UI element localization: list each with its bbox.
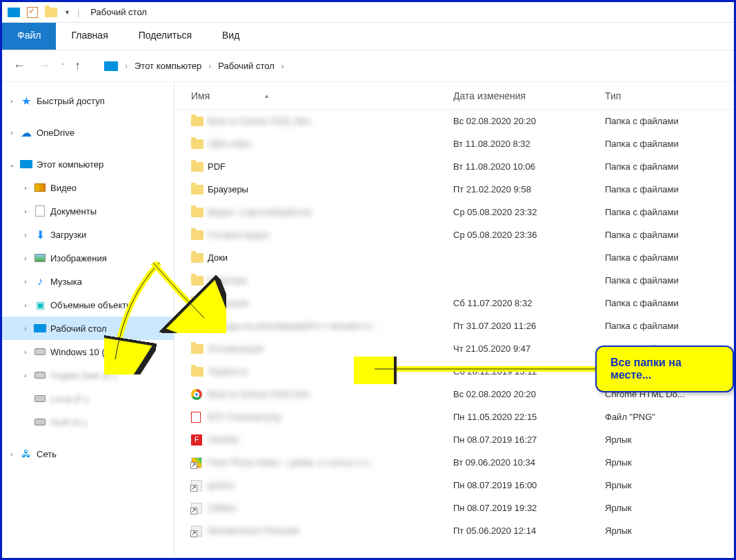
cube-icon: ▣ xyxy=(34,299,46,311)
app-icon: F xyxy=(191,434,208,446)
file-row[interactable]: FFileZillaПн 08.07.2019 16:27Ярлык xyxy=(175,428,734,451)
file-type: Папка с файлами xyxy=(605,321,730,331)
sidebar-onedrive[interactable]: › ☁ OneDrive xyxy=(2,121,174,144)
file-row[interactable]: Готовые видеоСр 05.08.2020 23:36Папка с … xyxy=(175,223,734,246)
chevron-right-icon[interactable]: › xyxy=(21,278,30,286)
column-type[interactable]: Тип xyxy=(605,90,730,101)
file-row[interactable]: OBS-videoВт 11.08.2020 8:32Папка с файла… xyxy=(175,132,734,155)
sidebar-music[interactable]: › ♪ Музыка xyxy=(2,270,174,293)
chevron-right-icon[interactable]: › xyxy=(21,231,30,239)
tab-file[interactable]: Файл xyxy=(2,23,56,50)
breadcrumb[interactable]: › Этот компьютер › Рабочий стол › xyxy=(104,61,284,71)
sidebar-desktop[interactable]: › Рабочий стол xyxy=(2,317,174,340)
sidebar-item-label: Local (F:) xyxy=(50,394,88,404)
sidebar-blur-item[interactable]: › Local (F:) xyxy=(2,387,174,410)
check-icon[interactable] xyxy=(27,7,38,18)
chevron-right-icon[interactable]: › xyxy=(8,450,16,458)
sidebar-item-label: Этот компьютер xyxy=(37,159,103,170)
chevron-down-icon[interactable]: ⌄ xyxy=(8,161,16,168)
sidebar-video[interactable]: › Видео xyxy=(2,176,174,199)
folder-icon xyxy=(191,321,208,331)
sidebar-blur-item[interactable]: › Stuff (G:) xyxy=(2,410,174,434)
file-date: Пн 08.07.2019 16:00 xyxy=(453,480,605,490)
titlebar: ▼ | Рабочий стол xyxy=(2,2,734,23)
sidebar-item-label: Объемные объекты xyxy=(50,300,133,310)
chevron-right-icon[interactable]: › xyxy=(21,254,30,262)
back-button[interactable]: ← xyxy=(12,59,27,74)
cloud-icon: ☁ xyxy=(20,126,32,139)
sidebar-blur-item[interactable]: › Angela Dark (E:) xyxy=(2,363,174,387)
breadcrumb-desktop[interactable]: Рабочий стол xyxy=(218,61,275,71)
file-row[interactable]: Fotor Photo Editor - добав. в статью о к… xyxy=(175,451,734,474)
chevron-right-icon[interactable]: › xyxy=(21,372,30,379)
tab-view[interactable]: Вид xyxy=(207,23,255,50)
file-row[interactable]: КошелькиСб 11.07.2020 8:32Папка с файлам… xyxy=(175,292,734,314)
file-name: Квартира xyxy=(208,275,453,286)
pc-icon xyxy=(104,61,118,71)
chevron-right-icon[interactable]: › xyxy=(21,348,30,356)
shortcut-icon xyxy=(191,457,208,468)
chevron-right-icon[interactable]: › xyxy=(21,301,30,309)
file-date: Вс 02.08.2020 20:20 xyxy=(453,389,605,399)
sidebar-3d-objects[interactable]: › ▣ Объемные объекты xyxy=(2,293,174,317)
folder-icon xyxy=(191,253,208,263)
sidebar-images[interactable]: › Изображения xyxy=(2,246,174,270)
file-name: Браузеры xyxy=(208,184,453,194)
qat-dropdown-icon[interactable]: ▼ xyxy=(64,9,70,16)
sidebar-drive-c[interactable]: › Windows 10 (C:) xyxy=(2,340,174,363)
sidebar-this-pc[interactable]: ⌄ Этот компьютер xyxy=(2,152,174,176)
chevron-right-icon[interactable]: › xyxy=(281,61,284,71)
file-row[interactable]: Видео- и фотообработкаСр 05.08.2020 23:3… xyxy=(175,201,734,223)
folder-icon xyxy=(191,276,208,286)
column-name[interactable]: Имя xyxy=(191,90,210,101)
file-date: Ср 05.08.2020 23:32 xyxy=(453,207,605,217)
sidebar-item-label: Сеть xyxy=(37,449,57,459)
tab-home[interactable]: Главная xyxy=(56,23,123,50)
folder-icon xyxy=(191,162,208,172)
chevron-right-icon[interactable]: › xyxy=(125,61,128,71)
sidebar-documents[interactable]: › Документы xyxy=(2,199,174,223)
file-row[interactable]: gamesПн 08.07.2019 16:00Ярлык xyxy=(175,474,734,497)
breadcrumb-pc[interactable]: Этот компьютер xyxy=(135,61,201,71)
file-date: Пн 11.05.2020 22:15 xyxy=(453,412,605,422)
chevron-right-icon[interactable]: › xyxy=(8,97,16,105)
sidebar-item-label: Загрузки xyxy=(50,230,86,240)
folder-icon xyxy=(191,299,208,308)
download-icon: ⬇ xyxy=(34,228,46,241)
chevron-right-icon[interactable]: › xyxy=(21,208,30,215)
chevron-right-icon[interactable]: › xyxy=(8,129,16,137)
file-row[interactable]: PDFВт 11.08.2020 10:06Папка с файлами xyxy=(175,155,734,178)
chevron-right-icon[interactable]: › xyxy=(21,184,30,192)
sidebar-quick-access[interactable]: › ★ Быстрый доступ xyxy=(2,89,174,112)
column-date[interactable]: Дата изменения xyxy=(453,90,605,101)
chevron-right-icon[interactable]: › xyxy=(208,61,211,71)
file-row[interactable]: Wondershare Filmora9Пт 05.06.2020 12:14Я… xyxy=(175,519,734,542)
history-dropdown-icon[interactable]: ˅ xyxy=(61,63,65,70)
file-type: Папка с файлами xyxy=(605,275,730,286)
file-name: Кошельки xyxy=(208,298,453,308)
file-row[interactable]: Back to School 2020_filesВс 02.08.2020 2… xyxy=(175,110,734,132)
file-type: Ярлык xyxy=(605,457,730,468)
video-icon xyxy=(34,183,46,192)
file-row[interactable]: BTC Forecast.pngПн 11.05.2020 22:15Файл … xyxy=(175,406,734,428)
file-row[interactable]: БраузерыПт 21.02.2020 9:58Папка с файлам… xyxy=(175,178,734,201)
file-name: OBS-video xyxy=(208,139,453,149)
sort-asc-icon[interactable]: ▴ xyxy=(265,92,268,99)
file-name: FileZilla xyxy=(208,434,453,445)
file-row[interactable]: никогда не разговаривайте с неизвестн...… xyxy=(175,314,734,337)
sidebar-item-label: Быстрый доступ xyxy=(37,96,105,106)
chevron-right-icon[interactable]: › xyxy=(21,325,30,332)
up-button[interactable]: ↑ xyxy=(74,59,81,73)
file-name: Оптимизация xyxy=(208,343,453,354)
file-name: PDF xyxy=(208,161,453,172)
sidebar-downloads[interactable]: › ⬇ Загрузки xyxy=(2,223,174,246)
file-row[interactable]: КвартираПапка с файлами xyxy=(175,269,734,292)
file-row[interactable]: UtilitiesПн 08.07.2019 19:32Ярлык xyxy=(175,497,734,519)
tab-share[interactable]: Поделиться xyxy=(123,23,207,50)
file-name: Торренты xyxy=(208,366,453,377)
sidebar-network[interactable]: › 🖧 Сеть xyxy=(2,442,174,466)
file-date: Вс 02.08.2020 20:20 xyxy=(453,116,605,126)
file-row[interactable]: ДокиПапка с файлами xyxy=(175,246,734,269)
folder-icon xyxy=(191,185,208,194)
drive-icon xyxy=(34,348,46,355)
